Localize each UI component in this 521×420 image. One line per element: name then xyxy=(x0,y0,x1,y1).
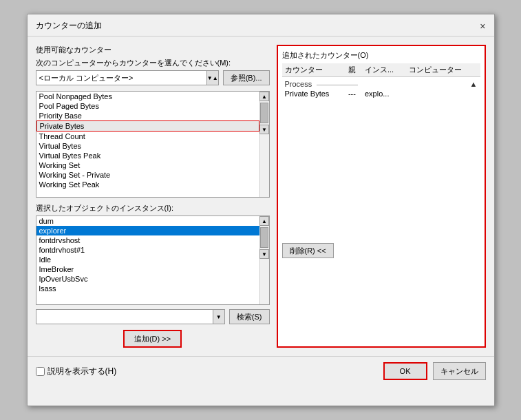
table-row: Private Bytes --- explo... xyxy=(282,89,480,98)
counter-item-pool-nonpaged[interactable]: Pool Nonpaged Bytes xyxy=(36,92,259,101)
counter-item-virtual-bytes-peak[interactable]: Virtual Bytes Peak xyxy=(36,151,259,160)
browse-button[interactable]: 参照(B)... xyxy=(223,70,270,85)
delete-row: 削除(R) << xyxy=(282,243,480,258)
process-group-name: Process xyxy=(282,77,406,90)
counter-item-priority-base[interactable]: Priority Base xyxy=(36,111,259,120)
group-row-process: Process ▲ xyxy=(282,77,480,90)
delete-button[interactable]: 削除(R) << xyxy=(282,243,334,258)
counter-item-pool-paged[interactable]: Pool Paged Bytes xyxy=(36,101,259,111)
counter-scrollbar: ▲ ▼ xyxy=(259,92,269,197)
instance-item-ipoverusbsvc[interactable]: IpOverUsbSvc xyxy=(36,274,259,284)
show-description-row: 説明を表示する(H) xyxy=(36,366,378,377)
show-description-checkbox[interactable] xyxy=(36,367,45,376)
counter-scroll-down[interactable]: ▼ xyxy=(259,125,269,134)
row-parent: --- xyxy=(345,89,362,98)
instance-item-lsass[interactable]: lsass xyxy=(36,284,259,293)
computer-label: 次のコンピューターからカウンターを選んでください(M): xyxy=(36,58,270,68)
computer-combo[interactable]: <ローカル コンピューター> xyxy=(36,70,219,85)
row-counter: Private Bytes xyxy=(282,89,345,98)
instance-scroll-up[interactable]: ▲ xyxy=(259,216,269,226)
dialog-body: 使用可能なカウンター 次のコンピューターからカウンターを選んでください(M): … xyxy=(28,36,494,356)
counter-listbox-container: Pool Nonpaged Bytes Pool Paged Bytes Pri… xyxy=(36,91,270,198)
ok-button[interactable]: OK xyxy=(383,362,427,380)
cancel-button[interactable]: キャンセル xyxy=(433,362,486,380)
right-panel: 追加されたカウンター(O) カウンター 親 インス... コンピューター Pro… xyxy=(277,45,486,348)
add-button[interactable]: 追加(D) >> xyxy=(123,330,182,348)
instance-item-idle[interactable]: Idle xyxy=(36,255,259,264)
counter-item-private-bytes[interactable]: Private Bytes xyxy=(36,120,259,132)
counter-item-virtual-bytes[interactable]: Virtual Bytes xyxy=(36,141,259,151)
table-header-row: カウンター 親 インス... コンピューター xyxy=(282,63,480,77)
counter-item-working-set-peak[interactable]: Working Set Peak xyxy=(36,180,259,189)
counter-listbox[interactable]: Pool Nonpaged Bytes Pool Paged Bytes Pri… xyxy=(36,92,259,197)
instance-item-fontdrvhost1[interactable]: fontdrvhost#1 xyxy=(36,245,259,255)
search-combo-wrapper: ▼ xyxy=(36,309,225,324)
instance-item-imebroker[interactable]: ImeBroker xyxy=(36,264,259,274)
instance-scroll-down[interactable]: ▼ xyxy=(259,249,269,259)
counter-item-working-set-private[interactable]: Working Set - Private xyxy=(36,170,259,180)
row-instance: explo... xyxy=(362,89,406,98)
col-counter-header: カウンター xyxy=(282,63,345,77)
instance-item-dum[interactable]: dum xyxy=(36,216,259,226)
counter-scroll-thumb[interactable] xyxy=(260,103,268,123)
col-computer-header: コンピューター xyxy=(406,63,480,77)
counter-item-working-set[interactable]: Working Set xyxy=(36,160,259,170)
bottom-bar: 説明を表示する(H) OK キャンセル xyxy=(28,356,494,386)
col-instance-header: インス... xyxy=(362,63,406,77)
search-row: ▼ 検索(S) xyxy=(36,309,270,324)
add-counter-dialog: カウンターの追加 × 使用可能なカウンター 次のコンピューターからカウンターを選… xyxy=(27,14,495,406)
counter-item-thread-count[interactable]: Thread Count xyxy=(36,132,259,141)
instance-listbox[interactable]: dum explorer fontdrvshost fontdrvhost#1 … xyxy=(36,216,259,304)
available-counters-label: 使用可能なカウンター xyxy=(36,45,270,55)
instance-item-explorer[interactable]: explorer xyxy=(36,226,259,235)
instance-scroll-thumb[interactable] xyxy=(260,227,268,248)
action-row: 追加(D) >> xyxy=(36,330,270,348)
instance-item-fontdrvshost[interactable]: fontdrvshost xyxy=(36,235,259,245)
left-panel: 使用可能なカウンター 次のコンピューターからカウンターを選んでください(M): … xyxy=(36,45,270,348)
computer-combo-wrapper: <ローカル コンピューター> ▼ xyxy=(36,70,219,85)
show-description-label: 説明を表示する(H) xyxy=(47,366,117,377)
close-button[interactable]: × xyxy=(480,21,485,31)
row-computer xyxy=(406,89,480,98)
titlebar: カウンターの追加 × xyxy=(28,14,494,36)
added-counters-table: カウンター 親 インス... コンピューター Process ▲ xyxy=(282,63,480,98)
search-combo[interactable] xyxy=(36,309,225,324)
instance-label: 選択したオブジェクトのインスタンス(I): xyxy=(36,203,270,213)
instance-listbox-container: dum explorer fontdrvshost fontdrvhost#1 … xyxy=(36,216,270,305)
right-spacer xyxy=(282,98,480,236)
search-button[interactable]: 検索(S) xyxy=(229,309,270,324)
computer-row: <ローカル コンピューター> ▼ 参照(B)... xyxy=(36,70,270,85)
group-arrow[interactable]: ▲ xyxy=(406,77,480,90)
instance-scrollbar: ▲ ▼ xyxy=(259,216,269,304)
counter-scroll-up[interactable]: ▲ xyxy=(259,92,269,101)
dialog-title: カウンターの追加 xyxy=(36,20,102,32)
added-counters-label: 追加されたカウンター(O) xyxy=(282,50,480,61)
col-parent-header: 親 xyxy=(345,63,362,77)
